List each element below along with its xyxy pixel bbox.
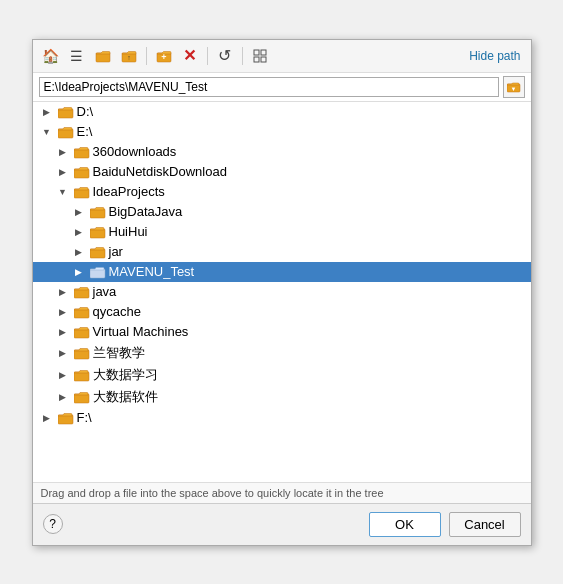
tree-item-qycache[interactable]: qycache — [33, 302, 531, 322]
folder-icon-360 — [74, 144, 90, 160]
new-folder-button[interactable]: + — [152, 44, 176, 68]
tree-item-lanzhi[interactable]: 兰智教学 — [33, 342, 531, 364]
expander-vms[interactable] — [55, 324, 71, 340]
folder-icon-bigdata-soft — [74, 389, 90, 405]
folder-icon-jar — [90, 244, 106, 260]
tree-label-baidu: BaiduNetdiskDownload — [93, 164, 227, 179]
list-view-button[interactable]: ☰ — [65, 44, 89, 68]
status-text: Drag and drop a file into the space abov… — [41, 487, 384, 499]
status-bar: Drag and drop a file into the space abov… — [33, 482, 531, 503]
tree-item-vms[interactable]: Virtual Machines — [33, 322, 531, 342]
tree-label-huihui: HuiHui — [109, 224, 148, 239]
tree-item-huihui[interactable]: HuiHui — [33, 222, 531, 242]
footer: ? OK Cancel — [33, 503, 531, 545]
folder-icon-f — [58, 410, 74, 426]
tree-item-baidu[interactable]: BaiduNetdiskDownload — [33, 162, 531, 182]
expander-jar[interactable] — [71, 244, 87, 260]
svg-rect-26 — [58, 415, 73, 424]
separator-1 — [146, 47, 147, 65]
svg-rect-24 — [74, 372, 89, 381]
tree-label-360: 360downloads — [93, 144, 177, 159]
tree-item-jar[interactable]: jar — [33, 242, 531, 262]
tree-item-bigdata-soft[interactable]: 大数据软件 — [33, 386, 531, 408]
folder-icon-e — [58, 124, 74, 140]
tree-item-360downloads[interactable]: 360downloads — [33, 142, 531, 162]
svg-rect-6 — [261, 50, 266, 55]
svg-rect-14 — [74, 169, 89, 178]
expander-idea[interactable] — [55, 184, 71, 200]
path-bar: ▼ — [33, 73, 531, 102]
tree-label-java: java — [93, 284, 117, 299]
tree-label-e-root: E:\ — [77, 124, 93, 139]
tree-label-f-root: F:\ — [77, 410, 92, 425]
folder-icon-mavenu — [90, 264, 106, 280]
ok-button[interactable]: OK — [369, 512, 441, 537]
expander-qycache[interactable] — [55, 304, 71, 320]
file-browser-dialog: 🏠 ☰ ↑ + ✕ ↺ — [32, 39, 532, 546]
tree-label-lanzhi: 兰智教学 — [93, 344, 145, 362]
tree-item-f-root[interactable]: F:\ — [33, 408, 531, 428]
svg-rect-5 — [254, 50, 259, 55]
svg-rect-16 — [90, 209, 105, 218]
refresh-button[interactable]: ↺ — [213, 44, 237, 68]
svg-rect-12 — [58, 129, 73, 138]
tree-item-java[interactable]: java — [33, 282, 531, 302]
folder-icon-baidu — [74, 164, 90, 180]
tree-item-d-root[interactable]: D:\ — [33, 102, 531, 122]
expander-bigdata-learn[interactable] — [55, 367, 71, 383]
svg-text:+: + — [161, 52, 166, 62]
tree-item-ideaprojects[interactable]: IdeaProjects — [33, 182, 531, 202]
svg-rect-17 — [90, 229, 105, 238]
expander-d[interactable] — [39, 104, 55, 120]
svg-rect-23 — [74, 350, 89, 359]
svg-text:↑: ↑ — [127, 54, 131, 61]
delete-button[interactable]: ✕ — [178, 44, 202, 68]
tree-label-bigdata: BigDataJava — [109, 204, 183, 219]
expander-e[interactable] — [39, 124, 55, 140]
cancel-button[interactable]: Cancel — [449, 512, 521, 537]
svg-rect-11 — [58, 109, 73, 118]
folder-icon-idea — [74, 184, 90, 200]
svg-rect-0 — [96, 53, 110, 62]
toolbar: 🏠 ☰ ↑ + ✕ ↺ — [33, 40, 531, 73]
tree-item-mavenu[interactable]: MAVENU_Test — [33, 262, 531, 282]
expander-java[interactable] — [55, 284, 71, 300]
tree-label-qycache: qycache — [93, 304, 141, 319]
tree-item-bigdatajava[interactable]: BigDataJava — [33, 202, 531, 222]
expander-huihui[interactable] — [71, 224, 87, 240]
expander-360[interactable] — [55, 144, 71, 160]
separator-3 — [242, 47, 243, 65]
tree-label-bigdata-soft: 大数据软件 — [93, 388, 158, 406]
tree-label-bigdata-learn: 大数据学习 — [93, 366, 158, 384]
expander-bigdata[interactable] — [71, 204, 87, 220]
expander-lanzhi[interactable] — [55, 345, 71, 361]
folder-icon-huihui — [90, 224, 106, 240]
expander-bigdata-soft[interactable] — [55, 389, 71, 405]
folder-icon-qycache — [74, 304, 90, 320]
expander-mavenu[interactable] — [71, 264, 87, 280]
hide-path-button[interactable]: Hide path — [465, 47, 524, 65]
svg-rect-15 — [74, 189, 89, 198]
tree-label-vms: Virtual Machines — [93, 324, 189, 339]
help-button[interactable]: ? — [43, 514, 63, 534]
expander-baidu[interactable] — [55, 164, 71, 180]
folder-icon-d — [58, 104, 74, 120]
tree-item-bigdata-learn[interactable]: 大数据学习 — [33, 364, 531, 386]
separator-2 — [207, 47, 208, 65]
tree-label-jar: jar — [109, 244, 123, 259]
path-browse-button[interactable]: ▼ — [503, 76, 525, 98]
svg-rect-7 — [254, 57, 259, 62]
tree-item-e-root[interactable]: E:\ — [33, 122, 531, 142]
tree-label-idea: IdeaProjects — [93, 184, 165, 199]
expander-f[interactable] — [39, 410, 55, 426]
folder-button[interactable] — [91, 44, 115, 68]
up-button[interactable]: ↑ — [117, 44, 141, 68]
svg-rect-19 — [90, 269, 105, 278]
path-input[interactable] — [39, 77, 499, 97]
tree-label-mavenu: MAVENU_Test — [109, 264, 195, 279]
folder-icon-lanzhi — [74, 345, 90, 361]
folder-icon-vms — [74, 324, 90, 340]
collapse-button[interactable] — [248, 44, 272, 68]
file-tree[interactable]: D:\ E:\ 360downloads BaiduNetdiskDownloa… — [33, 102, 531, 482]
home-button[interactable]: 🏠 — [39, 44, 63, 68]
